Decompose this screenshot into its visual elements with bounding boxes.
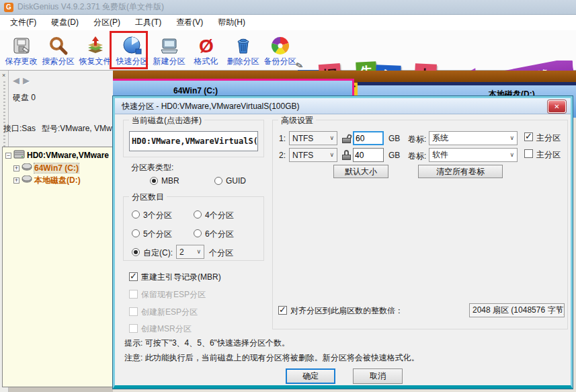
backup-partition-icon — [270, 33, 290, 56]
row1-index: 1: — [279, 134, 286, 143]
custom-count-value: 2 — [179, 247, 184, 257]
new-partition-button[interactable]: 新建分区 — [151, 30, 188, 69]
custom-count-select[interactable]: 2 ∨ — [176, 245, 204, 259]
menu-tools[interactable]: 工具(T) — [128, 15, 169, 30]
delete-partition-button[interactable]: 删除分区 — [224, 30, 261, 69]
radio-4-partitions[interactable] — [194, 210, 202, 219]
tree-item-c[interactable]: + 64Win7 (C:) — [13, 163, 79, 173]
radio-guid-label[interactable]: GUID — [226, 176, 246, 186]
radio-guid[interactable] — [214, 177, 222, 185]
chevron-down-icon: ∨ — [509, 151, 514, 158]
recover-files-button[interactable]: 恢复文件 — [77, 30, 114, 69]
current-disk-field[interactable]: HD0:VMware,VMwareVirtualS(1 — [129, 131, 258, 151]
toolbar: 保存更改 搜索分区 恢复文件 快速分区 — [0, 30, 576, 71]
row2-size-input[interactable] — [353, 148, 384, 162]
partition-count-group: 分区数目 3个分区 4个分区 5个分区 6个分区 自定(C): 2 ∨ 个分区 — [123, 196, 264, 261]
clear-labels-button[interactable]: 清空所有卷标 — [418, 165, 503, 178]
disk-icon — [22, 163, 32, 173]
row1-size-input[interactable] — [353, 131, 384, 145]
check-icon: ✓ — [525, 131, 532, 141]
tree-item-d[interactable]: + 本地磁盘(D:) — [13, 175, 81, 186]
arrow-right-icon[interactable]: ▶ — [23, 75, 33, 85]
row2-fs-value: NTFS — [292, 151, 313, 160]
advanced-settings-label: 高级设置 — [278, 115, 316, 126]
menu-bar: 文件(F) 硬盘(D) 分区(P) 工具(T) 查看(V) 帮助(H) — [0, 15, 576, 30]
row2-index: 2: — [279, 151, 286, 160]
lock-icon[interactable] — [342, 149, 351, 160]
checkbox-rebuild-mbr-label[interactable]: 重建主引导记录(MBR) — [141, 272, 221, 283]
cancel-button[interactable]: 取消 — [353, 368, 403, 384]
row1-primary-label[interactable]: 主分区 — [536, 132, 561, 144]
recover-files-icon — [85, 33, 106, 56]
tree-item-hd0[interactable]: − HD0:VMware,VMware — [5, 150, 109, 161]
close-icon[interactable]: ✕ — [548, 100, 566, 113]
row1-primary-checkbox[interactable]: ✓ — [524, 132, 533, 141]
tree-expander-icon[interactable]: − — [5, 153, 11, 159]
disk-info-row: 接口:Sas型号:VMware, VMw — [3, 123, 112, 134]
search-icon — [48, 33, 69, 56]
radio-5-label[interactable]: 5个分区 — [143, 229, 172, 240]
row1-volume-caption: 卷标: — [408, 134, 426, 145]
quick-partition-highlight — [110, 31, 148, 69]
ok-button[interactable]: 确定 — [286, 368, 335, 384]
radio-5-partitions[interactable] — [132, 229, 140, 237]
align-checkbox[interactable]: ✓ — [278, 306, 287, 315]
menu-view[interactable]: 查看(V) — [169, 15, 210, 30]
chevron-down-icon: ∨ — [329, 151, 334, 158]
align-label[interactable]: 对齐分区到此扇区数的整数倍： — [290, 305, 403, 317]
search-partition-button[interactable]: 搜索分区 — [40, 30, 77, 69]
status-strip — [0, 387, 113, 392]
radio-mbr[interactable] — [150, 177, 158, 185]
backup-partition-button[interactable]: 备份分区 — [261, 30, 298, 69]
row2-volume-select[interactable]: 软件 ∨ — [429, 148, 518, 162]
partition-tree: − HD0:VMware,VMware + 64Win7 (C:) + 本地磁盘… — [2, 147, 113, 387]
quick-partition-dialog: 快速分区 - HD0:VMware,VMwareVirtualS(100GB) … — [113, 96, 573, 389]
menu-partition[interactable]: 分区(P) — [86, 15, 128, 30]
radio-3-partitions[interactable] — [132, 210, 140, 219]
save-changes-button[interactable]: 保存更改 — [3, 30, 40, 69]
checkbox-rebuild-mbr[interactable]: ✓ — [129, 272, 138, 281]
default-size-button[interactable]: 默认大小 — [333, 165, 388, 178]
window-title: DiskGenius V4.9.2.371 免费版(单文件版) — [17, 1, 164, 13]
partition-c-label: 64Win7 (C:) — [173, 86, 218, 95]
app-logo-icon: G — [4, 3, 13, 12]
left-panel-header: ◀▶ 硬盘 0 — [9, 71, 113, 147]
row1-fs-select[interactable]: NTFS ∨ — [289, 131, 337, 145]
format-icon: Ø — [196, 33, 216, 56]
current-disk-group-label: 当前磁盘(点击选择) — [129, 115, 204, 126]
tree-expander-icon[interactable]: + — [13, 165, 19, 171]
check-icon: ✓ — [130, 271, 137, 281]
advanced-settings-group: 高级设置 1: NTFS ∨ GB 卷标: 系统 ∨ ✓ 主分区 2: NTFS… — [272, 120, 568, 329]
disk-nav-arrows[interactable]: ◀▶ — [13, 75, 33, 85]
backup-partition-label: 备份分区 — [264, 56, 296, 67]
tree-expander-icon[interactable]: + — [13, 178, 19, 184]
current-disk-group: 当前磁盘(点击选择) HD0:VMware,VMwareVirtualS(1 — [123, 120, 264, 157]
radio-3-label[interactable]: 3个分区 — [143, 210, 172, 221]
row2-primary-label[interactable]: 主分区 — [536, 149, 561, 161]
menu-help[interactable]: 帮助(H) — [210, 15, 253, 30]
row2-unit: GB — [388, 151, 400, 160]
align-select[interactable]: 2048 扇区 (1048576 字节) ∨ — [469, 303, 565, 317]
radio-6-partitions[interactable] — [194, 229, 202, 237]
menu-file[interactable]: 文件(F) — [3, 15, 44, 30]
menu-disk[interactable]: 硬盘(D) — [44, 15, 86, 30]
format-button[interactable]: Ø 格式化 — [188, 30, 224, 69]
radio-custom-label[interactable]: 自定(C): — [143, 247, 173, 259]
row1-unit: GB — [388, 134, 400, 143]
row2-volume-value: 软件 — [432, 149, 448, 161]
row2-fs-select[interactable]: NTFS ∨ — [289, 148, 337, 162]
radio-custom[interactable] — [132, 248, 140, 256]
radio-6-label[interactable]: 6个分区 — [205, 229, 234, 240]
radio-mbr-label[interactable]: MBR — [161, 176, 179, 186]
dock-close-icon[interactable]: × — [2, 72, 5, 79]
table-type-label: 分区表类型: — [131, 162, 173, 173]
arrow-left-icon[interactable]: ◀ — [13, 75, 23, 85]
tree-item-label: HD0:VMware,VMware — [27, 151, 109, 160]
warning-text: 注意: 此功能执行后，当前磁盘上的现有分区将被删除。新分区将会被快速格式化。 — [124, 352, 419, 364]
new-partition-label: 新建分区 — [153, 56, 186, 67]
row1-volume-select[interactable]: 系统 ∨ — [429, 131, 518, 145]
dialog-title-bar[interactable]: 快速分区 - HD0:VMware,VMwareVirtualS(100GB) … — [115, 98, 571, 114]
row2-primary-checkbox[interactable]: ✓ — [524, 149, 533, 158]
unlock-icon[interactable] — [342, 132, 351, 143]
radio-4-label[interactable]: 4个分区 — [205, 210, 234, 221]
